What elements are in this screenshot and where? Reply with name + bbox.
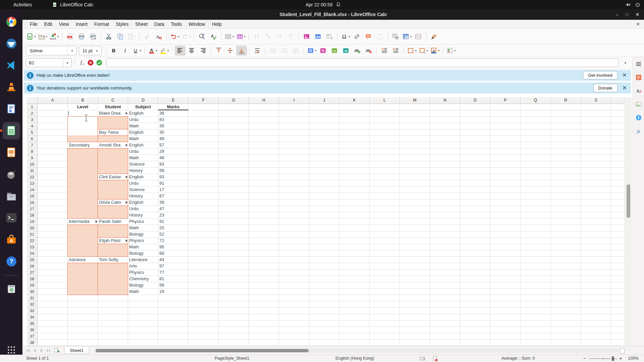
cell-H4[interactable]: [249, 123, 279, 129]
cell-P13[interactable]: [490, 180, 521, 187]
cell-B36[interactable]: [68, 327, 98, 333]
row-header-22[interactable]: 22: [27, 238, 38, 244]
cell-J13[interactable]: [309, 180, 339, 187]
cell-P5[interactable]: [490, 129, 521, 136]
cell-F18[interactable]: [189, 212, 219, 219]
cell-J12[interactable]: [309, 174, 339, 180]
dock-item-gimp[interactable]: [3, 166, 20, 183]
cell-S36[interactable]: [581, 327, 611, 333]
cell-K21[interactable]: [339, 231, 370, 238]
cell-P6[interactable]: [490, 136, 521, 142]
cell-I29[interactable]: [279, 282, 309, 289]
cell-E2[interactable]: 36: [158, 110, 189, 117]
cell-G12[interactable]: [219, 174, 249, 180]
cell-A17[interactable]: [38, 206, 68, 212]
cell-D17[interactable]: Urdu: [128, 206, 158, 212]
cell-E23[interactable]: 95: [158, 244, 189, 250]
cell-P25[interactable]: [490, 257, 521, 263]
split-window-button[interactable]: [413, 32, 424, 42]
cell-P16[interactable]: [490, 199, 521, 206]
column-header-C[interactable]: C: [98, 97, 128, 104]
cell-Q24[interactable]: [521, 250, 551, 257]
cell-E36[interactable]: [158, 327, 189, 333]
cell-S2[interactable]: [581, 110, 611, 117]
dock-item-ubuntu-software[interactable]: A: [3, 231, 20, 248]
cell-K11[interactable]: [339, 168, 370, 174]
cell-O23[interactable]: [460, 244, 490, 250]
dock-item-files[interactable]: [3, 187, 20, 205]
cell-J35[interactable]: [309, 320, 339, 327]
cell-Q20[interactable]: [521, 225, 551, 231]
cell-A7[interactable]: [38, 142, 68, 148]
cell-P21[interactable]: [490, 231, 521, 238]
cell-A31[interactable]: [38, 295, 68, 301]
vertical-scrollbar[interactable]: [625, 97, 632, 346]
cell-D21[interactable]: Biology: [128, 231, 158, 238]
cell-P10[interactable]: [490, 161, 521, 168]
cell-J10[interactable]: [309, 161, 339, 168]
cell-Q1[interactable]: [521, 104, 551, 110]
cell-O25[interactable]: [460, 257, 490, 263]
cell-S35[interactable]: [581, 320, 611, 327]
cell-R6[interactable]: [551, 136, 581, 142]
cell-L27[interactable]: [370, 269, 400, 276]
cell-E12[interactable]: 93: [158, 174, 189, 180]
row-header-38[interactable]: 38: [27, 340, 38, 346]
cell-N10[interactable]: [430, 161, 460, 168]
cell-F2[interactable]: [189, 110, 219, 117]
cell-A12[interactable]: [38, 174, 68, 180]
cell-L28[interactable]: [370, 276, 400, 282]
dock-item-vscode[interactable]: [3, 57, 20, 74]
cell-Q32[interactable]: [521, 301, 551, 308]
cell-E30[interactable]: 19: [158, 289, 189, 295]
cell-T10[interactable]: [611, 161, 625, 168]
cell-S20[interactable]: [581, 225, 611, 231]
cell-P4[interactable]: [490, 123, 521, 129]
cell-E28[interactable]: 81: [158, 276, 189, 282]
cell-T37[interactable]: [611, 333, 625, 340]
insert-hyperlink-button[interactable]: [352, 32, 362, 42]
cell-H16[interactable]: [249, 199, 279, 206]
cell-T18[interactable]: [611, 212, 625, 219]
accept-icon[interactable]: [95, 58, 104, 67]
cell-K2[interactable]: [339, 110, 370, 117]
cell-Q25[interactable]: [521, 257, 551, 263]
cell-D36[interactable]: [128, 327, 158, 333]
align-center-button[interactable]: [186, 46, 197, 56]
cell-I10[interactable]: [279, 161, 309, 168]
chevron-down-icon[interactable]: ▾: [438, 49, 440, 52]
sidebar-tab-navigator[interactable]: [634, 113, 643, 122]
cell-J16[interactable]: [309, 199, 339, 206]
cell-D3[interactable]: Urdu: [128, 117, 158, 123]
cell-K29[interactable]: [339, 282, 370, 289]
cell-D7[interactable]: English: [128, 142, 158, 148]
cell-R29[interactable]: [551, 282, 581, 289]
row-header-5[interactable]: 5: [27, 129, 38, 136]
cell-A9[interactable]: [38, 155, 68, 161]
cell-F3[interactable]: [189, 117, 219, 123]
cell-H8[interactable]: [249, 148, 279, 155]
cell-R1[interactable]: [551, 104, 581, 110]
cell-R27[interactable]: [551, 269, 581, 276]
cell-L34[interactable]: [370, 314, 400, 320]
cell-Q16[interactable]: [521, 199, 551, 206]
menu-edit[interactable]: Edit: [41, 21, 56, 27]
cell-M17[interactable]: [400, 206, 430, 212]
cell-D33[interactable]: [128, 308, 158, 314]
column-header-D[interactable]: D: [128, 97, 158, 104]
cell-A6[interactable]: [38, 136, 68, 142]
cell-N24[interactable]: [430, 250, 460, 257]
cell-E34[interactable]: [158, 314, 189, 320]
cell-D34[interactable]: [128, 314, 158, 320]
cell-T7[interactable]: [611, 142, 625, 148]
cell-D27[interactable]: Physics: [128, 269, 158, 276]
select-all-corner[interactable]: [27, 97, 38, 104]
row-header-2[interactable]: 2: [27, 110, 38, 117]
cell-T11[interactable]: [611, 168, 625, 174]
cell-O3[interactable]: [460, 117, 490, 123]
cell-P27[interactable]: [490, 269, 521, 276]
cell-P18[interactable]: [490, 212, 521, 219]
cell-E10[interactable]: 93: [158, 161, 189, 168]
cell-L2[interactable]: [370, 110, 400, 117]
cell-J27[interactable]: [309, 269, 339, 276]
